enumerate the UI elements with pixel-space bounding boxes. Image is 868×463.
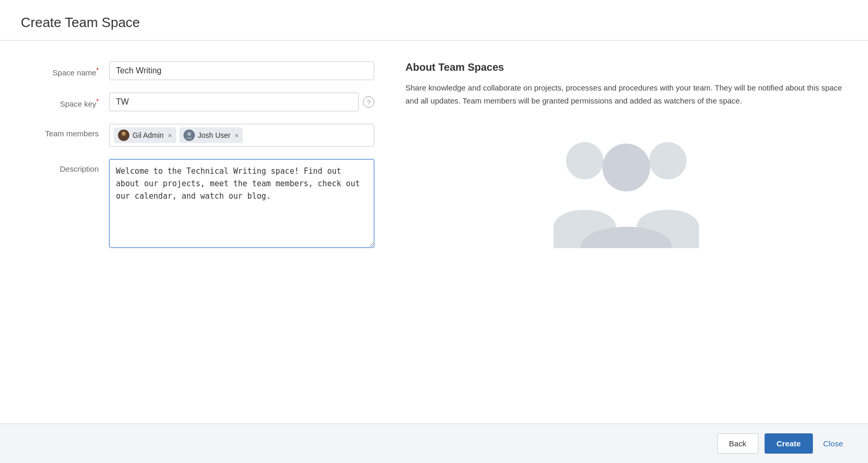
info-title: About Team Spaces bbox=[405, 61, 847, 73]
members-field[interactable]: Gil Admin × Josh User bbox=[109, 124, 374, 147]
dialog-header: Create Team Space bbox=[0, 0, 868, 41]
info-body: Share knowledge and collaborate on proje… bbox=[405, 82, 847, 108]
description-label: Description bbox=[21, 159, 109, 173]
avatar-gil-admin bbox=[118, 130, 129, 141]
space-name-row: Space name* bbox=[21, 61, 374, 80]
svg-point-8 bbox=[602, 144, 650, 191]
svg-point-5 bbox=[187, 132, 191, 136]
space-name-input[interactable] bbox=[109, 61, 374, 80]
team-illustration bbox=[405, 123, 847, 248]
member-name-gil-admin: Gil Admin bbox=[133, 131, 164, 139]
team-members-row: Team members bbox=[21, 124, 374, 147]
form-section: Space name* Space key* ? Team me bbox=[21, 61, 374, 413]
description-input-wrap: Welcome to the Technical Writing space! … bbox=[109, 159, 374, 248]
space-key-input[interactable] bbox=[109, 93, 359, 111]
svg-point-3 bbox=[123, 133, 124, 134]
svg-point-4 bbox=[124, 133, 125, 134]
svg-point-7 bbox=[649, 142, 687, 179]
space-name-label: Space name* bbox=[21, 61, 109, 77]
space-key-input-wrap: ? bbox=[109, 93, 374, 111]
back-button[interactable]: Back bbox=[717, 433, 758, 454]
info-section: About Team Spaces Share knowledge and co… bbox=[405, 61, 847, 413]
remove-josh-user[interactable]: × bbox=[235, 132, 239, 139]
team-members-input-wrap: Gil Admin × Josh User bbox=[109, 124, 374, 147]
close-button[interactable]: Close bbox=[819, 434, 847, 453]
member-tag-josh-user: Josh User × bbox=[179, 127, 243, 143]
create-team-space-dialog: Create Team Space Space name* Space key* bbox=[0, 0, 868, 463]
member-name-josh-user: Josh User bbox=[198, 131, 231, 139]
dialog-body: Space name* Space key* ? Team me bbox=[0, 41, 868, 423]
dialog-title: Create Team Space bbox=[21, 15, 847, 31]
description-row: Description Welcome to the Technical Wri… bbox=[21, 159, 374, 248]
space-name-input-wrap bbox=[109, 61, 374, 80]
avatar-josh-user bbox=[183, 130, 195, 141]
svg-rect-1 bbox=[120, 137, 127, 139]
member-tag-gil-admin: Gil Admin × bbox=[114, 127, 176, 143]
required-star-key: * bbox=[96, 98, 99, 105]
team-svg-illustration bbox=[543, 123, 709, 248]
description-textarea[interactable]: Welcome to the Technical Writing space! … bbox=[109, 159, 374, 248]
space-key-row: Space key* ? bbox=[21, 93, 374, 111]
dialog-footer: Back Create Close bbox=[0, 423, 868, 463]
space-key-label: Space key* bbox=[21, 93, 109, 108]
team-members-label: Team members bbox=[21, 124, 109, 138]
required-star: * bbox=[96, 67, 99, 74]
remove-gil-admin[interactable]: × bbox=[168, 132, 172, 139]
space-key-help-icon[interactable]: ? bbox=[363, 96, 374, 108]
create-button[interactable]: Create bbox=[765, 433, 813, 454]
svg-point-6 bbox=[566, 142, 603, 179]
